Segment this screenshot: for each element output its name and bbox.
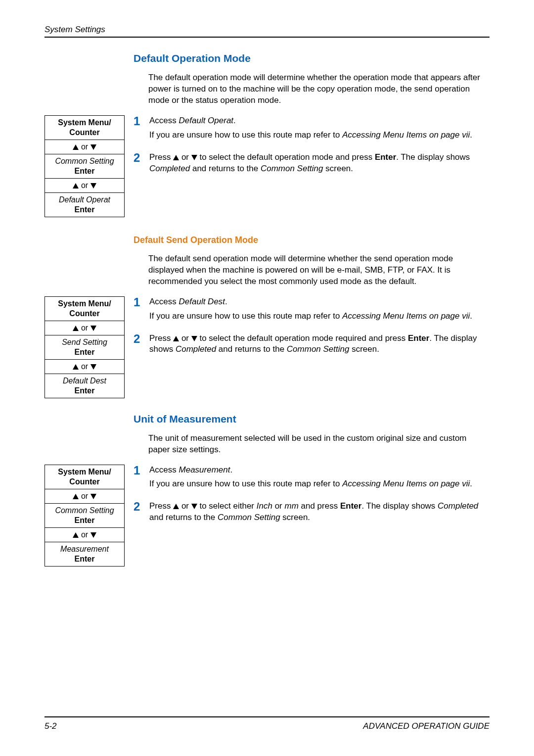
- triangle-up-icon: [73, 144, 79, 150]
- or-text: or: [79, 492, 90, 500]
- text: Access: [149, 297, 179, 306]
- text: screen.: [323, 164, 353, 173]
- triangle-up-icon: [73, 532, 79, 538]
- text: Press: [149, 501, 173, 511]
- footer-rule: [44, 716, 490, 717]
- menu-text: System Menu/: [58, 299, 111, 308]
- menu-text: Counter: [69, 477, 99, 486]
- text: If you are unsure how to use this route …: [149, 311, 342, 321]
- section1-steps: 1 Access Default Operat. If you are unsu…: [134, 115, 490, 186]
- text-italic: Completed: [176, 344, 216, 354]
- menu-text: Enter: [75, 555, 95, 563]
- menu-text: Enter: [75, 516, 95, 524]
- step-number: 2: [134, 333, 149, 345]
- text: to select the default operation mode req…: [197, 333, 408, 343]
- text: .: [470, 311, 472, 321]
- text: .: [233, 116, 236, 125]
- triangle-down-icon: [191, 504, 197, 509]
- menu-text: Counter: [69, 309, 99, 318]
- menu-text: Enter: [75, 167, 95, 175]
- or-text: or: [79, 181, 90, 189]
- triangle-up-icon: [73, 494, 79, 499]
- page-number: 5-2: [44, 721, 57, 731]
- triangle-down-icon: [90, 364, 96, 370]
- triangle-down-icon: [90, 326, 96, 331]
- step-body: Press or to select either Inch or mm and…: [149, 501, 490, 523]
- text: .: [225, 297, 227, 306]
- route-map-box-3: System Menu/ Counter or Common Setting E…: [44, 465, 125, 567]
- step-body: Press or to select the default operation…: [149, 152, 490, 175]
- step-body: Access Measurement. If you are unsure ho…: [149, 465, 490, 490]
- triangle-down-icon: [90, 144, 96, 150]
- triangle-down-icon: [191, 155, 197, 160]
- menu-text: Counter: [69, 128, 99, 137]
- text: . The display shows: [396, 152, 470, 162]
- or-text: or: [79, 324, 90, 332]
- menu-text: System Menu/: [58, 118, 111, 127]
- menu-row: or: [45, 489, 124, 504]
- triangle-up-icon: [73, 326, 79, 331]
- menu-row: System Menu/ Counter: [45, 297, 124, 321]
- section3-intro: The unit of measurement selected will be…: [148, 433, 490, 456]
- section-default-operation-mode-heading: Default Operation Mode: [134, 52, 490, 64]
- triangle-up-icon: [173, 504, 179, 509]
- or-text: or: [79, 530, 90, 539]
- text: . The display shows: [361, 501, 438, 511]
- text: Access: [149, 465, 179, 474]
- menu-row: or: [45, 360, 124, 374]
- triangle-down-icon: [90, 532, 96, 538]
- text-italic: Inch: [257, 501, 272, 511]
- text: If you are unsure how to use this route …: [149, 479, 342, 488]
- step-1: 1 Access Measurement. If you are unsure …: [134, 465, 490, 490]
- text-italic: Common Setting: [218, 513, 280, 522]
- menu-text: Default Operat: [59, 195, 110, 204]
- menu-text: Default Dest: [63, 377, 106, 385]
- menu-text: Enter: [75, 386, 95, 395]
- section-unit-of-measurement-heading: Unit of Measurement: [134, 413, 490, 425]
- triangle-up-icon: [73, 364, 79, 370]
- text-italic: mm: [284, 501, 298, 511]
- menu-row: System Menu/ Counter: [45, 465, 124, 489]
- step-number: 2: [134, 501, 149, 513]
- section3-block: System Menu/ Counter or Common Setting E…: [44, 465, 490, 567]
- menu-row: Common Setting Enter: [45, 504, 124, 528]
- text: and returns to the: [216, 344, 287, 354]
- text: to select the default operation mode and…: [197, 152, 375, 162]
- section2-block: System Menu/ Counter or Send Setting Ent…: [44, 296, 490, 398]
- menu-text: System Menu/: [58, 468, 111, 476]
- text-italic: Completed: [438, 501, 478, 511]
- section1-block: System Menu/ Counter or Common Setting E…: [44, 115, 490, 217]
- step-number: 1: [134, 465, 149, 476]
- menu-row: or: [45, 528, 124, 542]
- text-bold: Enter: [375, 152, 396, 162]
- triangle-up-icon: [173, 336, 179, 341]
- section2-intro: The default send operation mode will det…: [148, 253, 490, 287]
- text-bold: Enter: [340, 501, 361, 511]
- menu-row: or: [45, 321, 124, 335]
- route-map-box-2: System Menu/ Counter or Send Setting Ent…: [44, 296, 125, 398]
- triangle-up-icon: [73, 183, 79, 189]
- text: Access: [149, 116, 179, 125]
- menu-row: Default Dest Enter: [45, 374, 124, 398]
- text: .: [470, 479, 472, 488]
- text-italic: Common Setting: [261, 164, 323, 173]
- text-italic: Default Dest: [179, 297, 225, 306]
- triangle-down-icon: [90, 183, 96, 189]
- text-italic: Measurement: [179, 465, 230, 474]
- menu-row: or: [45, 179, 124, 193]
- menu-row: System Menu/ Counter: [45, 116, 124, 140]
- text: Press: [149, 152, 173, 162]
- menu-row: Default Operat Enter: [45, 193, 124, 217]
- text-italic: Accessing Menu Items on page vii: [342, 311, 470, 321]
- step-2: 2 Press or to select the default operati…: [134, 152, 490, 175]
- step-body: Press or to select the default operation…: [149, 333, 490, 356]
- step-body: Access Default Operat. If you are unsure…: [149, 115, 490, 141]
- page-header-title: System Settings: [44, 25, 490, 35]
- menu-row: Common Setting Enter: [45, 154, 124, 179]
- text: If you are unsure how to use this route …: [149, 130, 342, 140]
- menu-row: or: [45, 140, 124, 154]
- route-map-box-1: System Menu/ Counter or Common Setting E…: [44, 115, 125, 217]
- step-1: 1 Access Default Dest. If you are unsure…: [134, 296, 490, 322]
- step-2: 2 Press or to select the default operati…: [134, 333, 490, 356]
- header-rule: [44, 37, 490, 38]
